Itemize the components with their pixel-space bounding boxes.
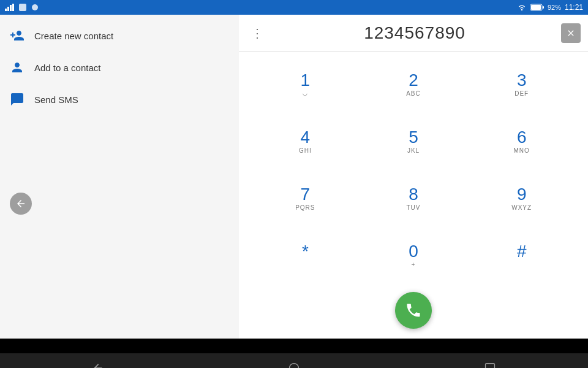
key-1[interactable]: 1 ◡ — [251, 56, 360, 113]
key-8[interactable]: 8 TUV — [360, 171, 468, 228]
status-bar: 92% 11:21 — [0, 0, 588, 15]
home-nav-button[interactable] — [282, 356, 306, 368]
add-to-contact-label: Add to a contact — [34, 63, 100, 73]
key-9[interactable]: 9 WXYZ — [467, 171, 576, 228]
svg-rect-4 — [19, 4, 26, 11]
person-icon — [10, 60, 24, 75]
left-panel: Create new contact Add to a contact Send… — [0, 15, 239, 339]
key-0[interactable]: 0 + — [360, 228, 468, 285]
key-4[interactable]: 4 GHI — [251, 113, 360, 171]
status-bar-right: 92% 11:21 — [517, 3, 583, 12]
key-2[interactable]: 2 ABC — [360, 56, 468, 113]
dial-pad: 1 ◡ 2 ABC 3 DEF 4 GHI 5 JKL 6 MNO — [239, 52, 588, 289]
clear-button[interactable] — [561, 23, 581, 43]
phone-number-display: 1234567890 — [268, 23, 561, 43]
key-star[interactable]: * — [251, 228, 360, 285]
dialer-header: ⋮ 1234567890 — [239, 15, 588, 52]
nav-bar — [0, 353, 588, 368]
app-icon-1 — [18, 3, 27, 12]
svg-rect-3 — [12, 4, 14, 11]
key-3[interactable]: 3 DEF — [467, 56, 576, 113]
svg-rect-9 — [543, 6, 544, 9]
recents-nav-button[interactable] — [478, 356, 502, 368]
send-sms-label: Send SMS — [34, 94, 78, 105]
svg-point-5 — [32, 4, 38, 10]
svg-rect-2 — [10, 5, 12, 11]
back-nav-button[interactable] — [86, 356, 110, 368]
battery-percent: 92% — [548, 4, 561, 11]
key-5[interactable]: 5 JKL — [360, 113, 468, 171]
person-add-icon — [10, 28, 24, 43]
battery-icon — [530, 4, 544, 11]
more-options-icon[interactable]: ⋮ — [246, 21, 268, 45]
svg-rect-11 — [486, 364, 495, 369]
svg-rect-1 — [7, 7, 9, 11]
back-button[interactable] — [10, 193, 32, 215]
create-new-contact-item[interactable]: Create new contact — [0, 20, 239, 52]
main-area: Create new contact Add to a contact Send… — [0, 15, 588, 353]
call-button[interactable] — [395, 292, 432, 329]
send-sms-item[interactable]: Send SMS — [0, 83, 239, 115]
status-bar-left — [5, 3, 39, 12]
wifi-icon — [517, 4, 527, 11]
key-6[interactable]: 6 MNO — [467, 113, 576, 171]
key-hash[interactable]: # — [467, 228, 576, 285]
key-7[interactable]: 7 PQRS — [251, 171, 360, 228]
dialer-panel: ⋮ 1234567890 1 ◡ 2 ABC 3 DEF — [239, 15, 588, 339]
svg-point-6 — [521, 9, 522, 10]
create-new-contact-label: Create new contact — [34, 31, 113, 41]
svg-point-10 — [290, 364, 299, 369]
message-icon — [10, 92, 24, 107]
svg-rect-0 — [5, 9, 7, 11]
call-button-row — [239, 289, 588, 339]
signal-icon — [5, 4, 15, 11]
add-to-contact-item[interactable]: Add to a contact — [0, 52, 239, 83]
time: 11:21 — [565, 3, 583, 12]
app-icon-2 — [31, 3, 39, 12]
svg-rect-8 — [531, 5, 541, 10]
